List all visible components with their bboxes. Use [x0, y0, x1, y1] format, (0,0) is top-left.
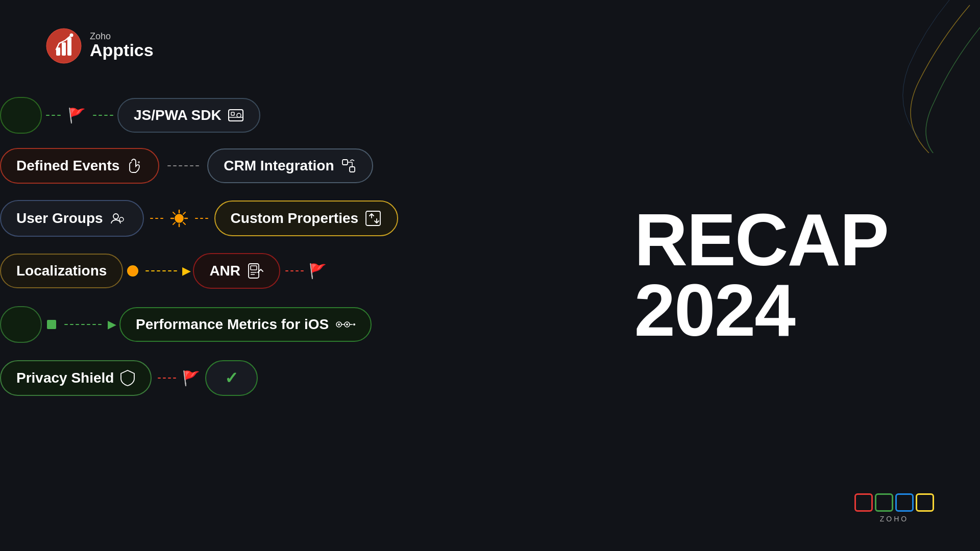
users-icon — [109, 209, 128, 228]
connector-local — [144, 270, 178, 271]
connector-ug1 — [149, 218, 164, 219]
svg-rect-3 — [67, 37, 71, 56]
zoho-logo-area: ZOHO — [854, 489, 934, 523]
shield-icon — [120, 369, 135, 387]
privacy-pill: Privacy Shield — [0, 360, 152, 396]
jspwa-label: JS/PWA SDK — [134, 107, 222, 123]
zoho-square-red — [854, 493, 873, 512]
connector2-jspwa — [92, 115, 114, 116]
flag-red-icon-anr: 🚩 — [309, 263, 327, 280]
zoho-square-blue — [895, 493, 914, 512]
connector-ug2 — [194, 218, 209, 219]
green-square-connector — [47, 320, 56, 329]
check-pill: ✓ — [205, 360, 258, 396]
flag-green-icon: 🚩 — [68, 107, 86, 124]
svg-line-22 — [183, 222, 185, 224]
svg-rect-2 — [62, 42, 66, 56]
flag-red-icon: 🚩 — [182, 370, 200, 387]
svg-point-34 — [346, 323, 348, 325]
logo-text: Zoho Apptics — [90, 32, 154, 60]
anr-pill: ANR — [193, 253, 280, 289]
recap-line2: 2024 — [634, 276, 888, 346]
svg-line-24 — [173, 222, 175, 224]
recap-title: RECAP 2024 — [634, 205, 888, 346]
connector-defined — [166, 165, 200, 166]
user-groups-label: User Groups — [16, 210, 103, 227]
arrow-green-icon: ▶ — [108, 318, 116, 331]
logo-apptics-label: Apptics — [90, 41, 154, 60]
svg-line-21 — [173, 212, 175, 214]
svg-rect-25 — [366, 211, 380, 226]
logo-area: Zoho Apptics — [46, 28, 154, 64]
row-privacy: Privacy Shield 🚩 ✓ — [0, 360, 258, 396]
sdk-icon — [228, 107, 244, 123]
localizations-pill: Localizations — [0, 254, 123, 288]
svg-point-7 — [237, 113, 241, 117]
svg-point-36 — [353, 323, 355, 325]
svg-point-9 — [138, 161, 140, 163]
svg-point-15 — [119, 217, 124, 221]
orange-dot-connector — [127, 265, 138, 277]
svg-rect-11 — [350, 167, 355, 172]
recap-section: RECAP 2024 — [634, 205, 888, 346]
arrow-icon: ▶ — [182, 264, 191, 278]
privacy-label: Privacy Shield — [16, 370, 114, 386]
svg-line-23 — [183, 212, 185, 214]
row-performance: ▶ Performance Metrics for iOS — [0, 306, 372, 343]
zoho-square-green — [875, 493, 893, 512]
row-jspwa: 🚩 JS/PWA SDK — [0, 97, 260, 134]
anr-label: ANR — [209, 263, 240, 279]
svg-point-16 — [175, 214, 183, 222]
left-pill-jspwa — [0, 97, 42, 134]
decorative-curves — [776, 0, 980, 153]
connector-perf — [63, 324, 103, 325]
perf-pill: Performance Metrics for iOS — [119, 307, 372, 342]
defined-events-pill: Defined Events — [0, 148, 159, 184]
custom-props-pill: Custom Properties — [214, 201, 399, 236]
props-icon — [364, 210, 382, 227]
zoho-square-yellow — [916, 493, 934, 512]
crm-label: CRM Integration — [224, 158, 334, 174]
zoho-label: ZOHO — [854, 515, 934, 523]
checkmark-icon: ✓ — [225, 368, 238, 388]
perf-icon — [335, 317, 355, 332]
perf-label: Performance Metrics for iOS — [136, 316, 329, 333]
anr-icon — [247, 262, 264, 280]
apptics-logo-icon — [46, 28, 82, 64]
connector-privacy — [157, 378, 177, 379]
row-usergroups: User Groups Custom Properties — [0, 200, 398, 237]
crm-pill: CRM Integration — [207, 148, 373, 183]
svg-point-31 — [338, 323, 340, 325]
defined-events-label: Defined Events — [16, 158, 119, 174]
crm-icon — [340, 158, 357, 174]
svg-rect-27 — [251, 266, 257, 270]
row-defined: Defined Events CRM Integration — [0, 148, 373, 184]
zoho-squares — [854, 489, 934, 512]
localizations-label: Localizations — [16, 263, 107, 279]
sun-icon — [169, 209, 189, 228]
recap-line1: RECAP — [634, 205, 888, 276]
jspwa-pill: JS/PWA SDK — [117, 98, 260, 133]
svg-rect-6 — [231, 112, 234, 115]
custom-props-label: Custom Properties — [231, 210, 359, 227]
connector-jspwa — [45, 115, 62, 116]
hand-icon — [126, 157, 143, 174]
svg-rect-10 — [342, 160, 348, 165]
logo-zoho-label: Zoho — [90, 32, 154, 41]
connector-anr-flag — [284, 270, 305, 271]
user-groups-pill: User Groups — [0, 200, 144, 237]
svg-point-14 — [113, 214, 118, 219]
left-pill-perf — [0, 306, 42, 343]
svg-point-4 — [70, 34, 74, 37]
row-localizations: Localizations ▶ ANR 🚩 — [0, 253, 327, 289]
